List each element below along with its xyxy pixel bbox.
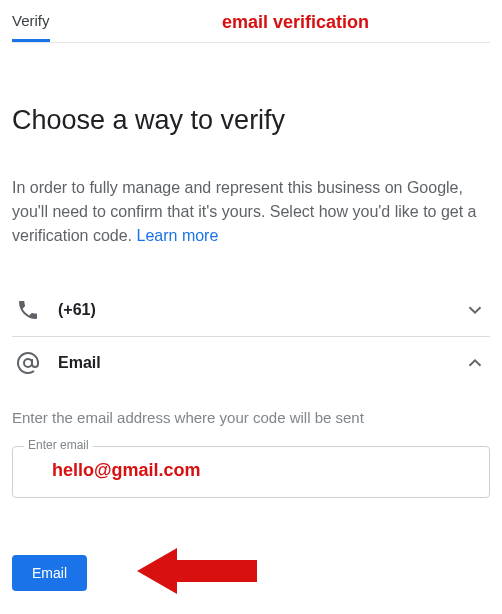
email-field[interactable] — [12, 446, 490, 498]
verification-options: (+61) Email — [12, 284, 490, 389]
tab-verify[interactable]: Verify — [12, 12, 50, 42]
option-phone[interactable]: (+61) — [12, 284, 490, 336]
page-description: In order to fully manage and represent t… — [12, 176, 490, 248]
option-email[interactable]: Email — [12, 337, 490, 389]
option-email-label: Email — [58, 354, 464, 372]
annotation-arrow-icon — [137, 546, 257, 600]
learn-more-link[interactable]: Learn more — [137, 227, 219, 244]
email-submit-button[interactable]: Email — [12, 555, 87, 591]
annotation-title: email verification — [222, 12, 369, 33]
chevron-up-icon — [464, 352, 486, 374]
at-sign-icon — [16, 351, 40, 375]
email-input-wrap: Enter email hello@gmail.com — [12, 446, 490, 498]
page-title: Choose a way to verify — [12, 105, 490, 136]
phone-icon — [16, 298, 40, 322]
chevron-down-icon — [464, 299, 486, 321]
email-input-legend: Enter email — [24, 438, 93, 452]
option-phone-label: (+61) — [58, 301, 464, 319]
email-helper-text: Enter the email address where your code … — [12, 409, 490, 426]
description-text: In order to fully manage and represent t… — [12, 179, 477, 244]
divider — [12, 42, 490, 43]
svg-marker-1 — [137, 548, 257, 594]
svg-point-0 — [24, 359, 32, 367]
